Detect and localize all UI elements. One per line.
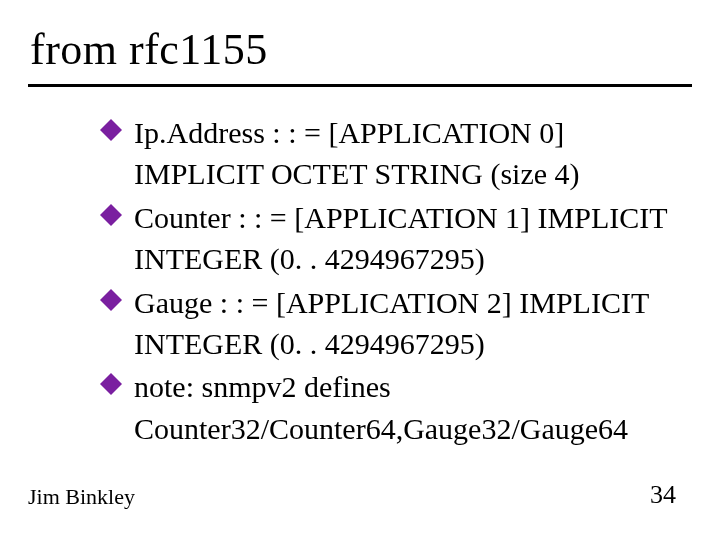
list-item: note: snmpv2 defines Counter32/Counter64… bbox=[100, 366, 700, 449]
slide: from rfc1155 Ip.Address : : = [APPLICATI… bbox=[0, 0, 720, 540]
diamond-bullet-icon bbox=[100, 373, 122, 395]
list-item: Gauge : : = [APPLICATION 2] IMPLICIT INT… bbox=[100, 282, 700, 365]
list-item-rest: : : = [APPLICATION 2] IMPLICIT INTEGER (… bbox=[134, 286, 649, 360]
list-item: Counter : : = [APPLICATION 1] IMPLICIT I… bbox=[100, 197, 700, 280]
title-underline bbox=[28, 84, 692, 87]
diamond-bullet-icon bbox=[100, 119, 122, 141]
svg-marker-3 bbox=[100, 373, 122, 395]
list-item-lead: Ip.Address bbox=[134, 116, 265, 149]
list-item-lead: Counter bbox=[134, 201, 231, 234]
footer-author: Jim Binkley bbox=[28, 484, 135, 510]
list-item: Ip.Address : : = [APPLICATION 0] IMPLICI… bbox=[100, 112, 700, 195]
slide-body: Ip.Address : : = [APPLICATION 0] IMPLICI… bbox=[100, 112, 700, 451]
diamond-bullet-icon bbox=[100, 289, 122, 311]
list-item-rest: snmpv2 defines Counter32/Counter64,Gauge… bbox=[134, 370, 628, 444]
list-item-lead: note: bbox=[134, 370, 194, 403]
list-item-lead: Gauge bbox=[134, 286, 212, 319]
svg-marker-0 bbox=[100, 119, 122, 141]
diamond-bullet-icon bbox=[100, 204, 122, 226]
svg-marker-1 bbox=[100, 204, 122, 226]
slide-title: from rfc1155 bbox=[30, 24, 268, 75]
footer-page-number: 34 bbox=[650, 480, 676, 510]
svg-marker-2 bbox=[100, 289, 122, 311]
